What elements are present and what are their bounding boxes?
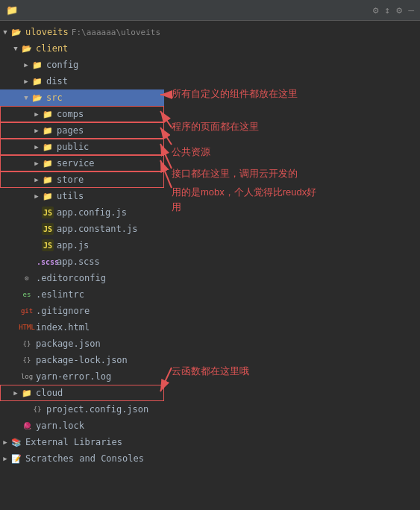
- project-icon: 📁: [6, 4, 18, 16]
- tree-item-store[interactable]: 📁store: [0, 171, 164, 188]
- layout-icon[interactable]: ↕: [385, 4, 391, 16]
- tree-item-comps[interactable]: 📁comps: [0, 106, 164, 122]
- tree-item-cloud[interactable]: 📁cloud: [0, 385, 164, 401]
- tree-item-config[interactable]: 📁config: [0, 57, 164, 73]
- tree-item-app-js[interactable]: JSapp.js: [0, 237, 164, 254]
- tree-item-service[interactable]: 📁service: [0, 155, 164, 171]
- annotation-5: 云函数都在这里哦: [172, 364, 249, 379]
- tree-item-app-config-js[interactable]: JSapp.config.js: [0, 204, 164, 221]
- main-area: 📂uloveitsF:\aaaaaa\uloveits📂client📁confi…: [0, 21, 420, 510]
- tree-item-package-lock-json[interactable]: {}package-lock.json: [0, 352, 164, 368]
- minimize-icon[interactable]: —: [408, 4, 414, 16]
- tree-item-Scratches-and-Consoles[interactable]: 📝Scratches and Consoles: [0, 450, 164, 467]
- tree-item-External-Libraries[interactable]: 📚External Libraries: [0, 434, 164, 450]
- tree-item-index-html[interactable]: HTMLindex.html: [0, 319, 164, 336]
- tree-item-src[interactable]: 📂src: [0, 89, 164, 106]
- tree-item-yarn-error-log[interactable]: logyarn-error.log: [0, 368, 164, 385]
- tree-item-app-scss[interactable]: .scssapp.scss: [0, 254, 164, 270]
- annotation-2: 公共资源: [172, 145, 210, 160]
- annotation-0: 所有自定义的组件都放在这里: [172, 86, 298, 101]
- annotation-3: 接口都在这里，调用云开发的: [172, 166, 298, 181]
- tree-item--eslintrc[interactable]: es.eslintrc: [0, 286, 164, 303]
- tree-item-utils[interactable]: 📁utils: [0, 188, 164, 204]
- tree-item-dist[interactable]: 📁dist: [0, 73, 164, 89]
- tree-item--gitignore[interactable]: git.gitignore: [0, 303, 164, 319]
- file-tree: 📂uloveitsF:\aaaaaa\uloveits📂client📁confi…: [0, 21, 164, 510]
- annotation-4: 用的是mobx，个人觉得比reudx好 用: [172, 185, 316, 214]
- tree-item-public[interactable]: 📁public: [0, 139, 164, 155]
- tree-item-pages[interactable]: 📁pages: [0, 122, 164, 139]
- tree-item-client[interactable]: 📂client: [0, 40, 164, 57]
- annotations-panel: 所有自定义的组件都放在这里程序的页面都在这里公共资源接口都在这里，调用云开发的用…: [164, 21, 420, 510]
- annotation-1: 程序的页面都在这里: [172, 119, 259, 134]
- tree-item--editorconfig[interactable]: ⚙.editorconfig: [0, 270, 164, 286]
- gear-icon[interactable]: ⚙: [396, 4, 402, 16]
- settings-icon[interactable]: ⚙: [373, 4, 379, 16]
- tree-item-yarn-lock[interactable]: 🧶yarn.lock: [0, 418, 164, 434]
- tree-item-package-json[interactable]: {}package.json: [0, 336, 164, 352]
- tree-item-project-config-json[interactable]: {}project.config.json: [0, 401, 164, 418]
- title-bar: 📁 ⚙ ↕ ⚙ —: [0, 0, 420, 21]
- tree-item-uloveits[interactable]: 📂uloveitsF:\aaaaaa\uloveits: [0, 24, 164, 40]
- tree-item-app-constant-js[interactable]: JSapp.constant.js: [0, 221, 164, 237]
